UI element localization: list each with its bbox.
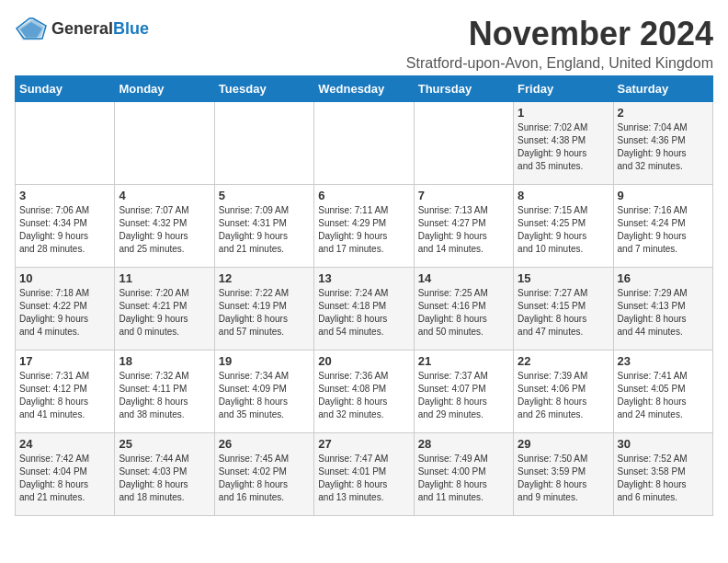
day-number: 11 xyxy=(119,271,210,285)
day-number: 19 xyxy=(219,354,310,368)
weekday-header-saturday: Saturday xyxy=(613,76,712,102)
calendar-empty-cell xyxy=(314,102,414,185)
day-info: Sunrise: 7:25 AM Sunset: 4:16 PM Dayligh… xyxy=(418,287,509,339)
day-info: Sunrise: 7:31 AM Sunset: 4:12 PM Dayligh… xyxy=(19,370,110,421)
day-info: Sunrise: 7:07 AM Sunset: 4:32 PM Dayligh… xyxy=(119,204,210,256)
day-info: Sunrise: 7:22 AM Sunset: 4:19 PM Dayligh… xyxy=(219,287,310,339)
day-number: 26 xyxy=(219,437,310,451)
header: GeneralBlue November 2024 Stratford-upon… xyxy=(15,15,713,72)
calendar-table: SundayMondayTuesdayWednesdayThursdayFrid… xyxy=(15,75,713,516)
day-number: 30 xyxy=(618,437,709,451)
calendar-week-row: 17Sunrise: 7:31 AM Sunset: 4:12 PM Dayli… xyxy=(16,350,713,433)
weekday-header-sunday: Sunday xyxy=(16,76,115,102)
day-number: 6 xyxy=(318,189,409,202)
day-number: 24 xyxy=(19,437,110,451)
day-number: 21 xyxy=(418,354,509,368)
day-info: Sunrise: 7:36 AM Sunset: 4:08 PM Dayligh… xyxy=(318,370,409,421)
day-info: Sunrise: 7:32 AM Sunset: 4:11 PM Dayligh… xyxy=(119,370,210,421)
day-info: Sunrise: 7:47 AM Sunset: 4:01 PM Dayligh… xyxy=(318,453,409,504)
calendar-day-25: 25Sunrise: 7:44 AM Sunset: 4:03 PM Dayli… xyxy=(115,433,214,516)
calendar-week-row: 24Sunrise: 7:42 AM Sunset: 4:04 PM Dayli… xyxy=(16,433,713,516)
day-number: 14 xyxy=(418,271,509,285)
calendar-day-27: 27Sunrise: 7:47 AM Sunset: 4:01 PM Dayli… xyxy=(314,433,414,516)
day-info: Sunrise: 7:02 AM Sunset: 4:38 PM Dayligh… xyxy=(518,121,609,173)
day-number: 13 xyxy=(318,271,409,285)
calendar-day-22: 22Sunrise: 7:39 AM Sunset: 4:06 PM Dayli… xyxy=(514,350,613,433)
day-number: 9 xyxy=(618,189,709,202)
day-info: Sunrise: 7:11 AM Sunset: 4:29 PM Dayligh… xyxy=(318,204,409,256)
calendar-day-13: 13Sunrise: 7:24 AM Sunset: 4:18 PM Dayli… xyxy=(314,268,414,350)
calendar-day-11: 11Sunrise: 7:20 AM Sunset: 4:21 PM Dayli… xyxy=(115,268,214,350)
calendar-day-5: 5Sunrise: 7:09 AM Sunset: 4:31 PM Daylig… xyxy=(214,185,313,268)
calendar-day-16: 16Sunrise: 7:29 AM Sunset: 4:13 PM Dayli… xyxy=(613,268,712,350)
logo: GeneralBlue xyxy=(15,15,149,42)
day-info: Sunrise: 7:16 AM Sunset: 4:24 PM Dayligh… xyxy=(618,204,709,256)
day-number: 27 xyxy=(318,437,409,451)
calendar-day-2: 2Sunrise: 7:04 AM Sunset: 4:36 PM Daylig… xyxy=(613,102,712,185)
title-block: November 2024 Stratford-upon-Avon, Engla… xyxy=(406,15,713,72)
calendar-day-28: 28Sunrise: 7:49 AM Sunset: 4:00 PM Dayli… xyxy=(414,433,513,516)
day-info: Sunrise: 7:24 AM Sunset: 4:18 PM Dayligh… xyxy=(318,287,409,339)
day-info: Sunrise: 7:04 AM Sunset: 4:36 PM Dayligh… xyxy=(618,121,709,173)
weekday-header-monday: Monday xyxy=(115,76,214,102)
day-info: Sunrise: 7:13 AM Sunset: 4:27 PM Dayligh… xyxy=(418,204,509,256)
day-number: 1 xyxy=(518,106,609,120)
logo-text-blue: Blue xyxy=(113,19,149,38)
day-info: Sunrise: 7:39 AM Sunset: 4:06 PM Dayligh… xyxy=(518,370,609,421)
calendar-day-30: 30Sunrise: 7:52 AM Sunset: 3:58 PM Dayli… xyxy=(613,433,712,516)
day-number: 4 xyxy=(119,189,210,202)
day-number: 16 xyxy=(618,271,709,285)
day-number: 22 xyxy=(518,354,609,368)
weekday-header-friday: Friday xyxy=(514,76,613,102)
day-number: 2 xyxy=(618,106,709,120)
day-info: Sunrise: 7:18 AM Sunset: 4:22 PM Dayligh… xyxy=(19,287,110,339)
calendar-day-18: 18Sunrise: 7:32 AM Sunset: 4:11 PM Dayli… xyxy=(115,350,214,433)
calendar-day-12: 12Sunrise: 7:22 AM Sunset: 4:19 PM Dayli… xyxy=(214,268,313,350)
calendar-day-24: 24Sunrise: 7:42 AM Sunset: 4:04 PM Dayli… xyxy=(16,433,115,516)
day-number: 23 xyxy=(618,354,709,368)
calendar-day-26: 26Sunrise: 7:45 AM Sunset: 4:02 PM Dayli… xyxy=(214,433,313,516)
day-number: 17 xyxy=(19,354,110,368)
day-info: Sunrise: 7:20 AM Sunset: 4:21 PM Dayligh… xyxy=(119,287,210,339)
day-number: 28 xyxy=(418,437,509,451)
day-info: Sunrise: 7:45 AM Sunset: 4:02 PM Dayligh… xyxy=(219,453,310,504)
calendar-week-row: 1Sunrise: 7:02 AM Sunset: 4:38 PM Daylig… xyxy=(16,102,713,185)
day-info: Sunrise: 7:06 AM Sunset: 4:34 PM Dayligh… xyxy=(19,204,110,256)
day-number: 3 xyxy=(19,189,110,202)
calendar-week-row: 10Sunrise: 7:18 AM Sunset: 4:22 PM Dayli… xyxy=(16,268,713,350)
calendar-day-20: 20Sunrise: 7:36 AM Sunset: 4:08 PM Dayli… xyxy=(314,350,414,433)
calendar-day-23: 23Sunrise: 7:41 AM Sunset: 4:05 PM Dayli… xyxy=(613,350,712,433)
weekday-header-thursday: Thursday xyxy=(414,76,513,102)
day-info: Sunrise: 7:50 AM Sunset: 3:59 PM Dayligh… xyxy=(518,453,609,504)
day-info: Sunrise: 7:37 AM Sunset: 4:07 PM Dayligh… xyxy=(418,370,509,421)
day-info: Sunrise: 7:29 AM Sunset: 4:13 PM Dayligh… xyxy=(618,287,709,339)
day-number: 25 xyxy=(119,437,210,451)
calendar-day-6: 6Sunrise: 7:11 AM Sunset: 4:29 PM Daylig… xyxy=(314,185,414,268)
logo-icon xyxy=(15,15,48,42)
weekday-header-row: SundayMondayTuesdayWednesdayThursdayFrid… xyxy=(16,76,713,102)
day-number: 18 xyxy=(119,354,210,368)
calendar-week-row: 3Sunrise: 7:06 AM Sunset: 4:34 PM Daylig… xyxy=(16,185,713,268)
day-info: Sunrise: 7:15 AM Sunset: 4:25 PM Dayligh… xyxy=(518,204,609,256)
calendar-day-14: 14Sunrise: 7:25 AM Sunset: 4:16 PM Dayli… xyxy=(414,268,513,350)
location-title: Stratford-upon-Avon, England, United Kin… xyxy=(406,55,713,72)
day-number: 12 xyxy=(219,271,310,285)
calendar-day-19: 19Sunrise: 7:34 AM Sunset: 4:09 PM Dayli… xyxy=(214,350,313,433)
day-info: Sunrise: 7:49 AM Sunset: 4:00 PM Dayligh… xyxy=(418,453,509,504)
calendar-empty-cell xyxy=(16,102,115,185)
day-number: 29 xyxy=(518,437,609,451)
day-number: 7 xyxy=(418,189,509,202)
day-info: Sunrise: 7:42 AM Sunset: 4:04 PM Dayligh… xyxy=(19,453,110,504)
day-number: 5 xyxy=(219,189,310,202)
weekday-header-wednesday: Wednesday xyxy=(314,76,414,102)
calendar-empty-cell xyxy=(214,102,313,185)
day-info: Sunrise: 7:44 AM Sunset: 4:03 PM Dayligh… xyxy=(119,453,210,504)
calendar-day-3: 3Sunrise: 7:06 AM Sunset: 4:34 PM Daylig… xyxy=(16,185,115,268)
calendar-day-4: 4Sunrise: 7:07 AM Sunset: 4:32 PM Daylig… xyxy=(115,185,214,268)
calendar-day-21: 21Sunrise: 7:37 AM Sunset: 4:07 PM Dayli… xyxy=(414,350,513,433)
calendar-empty-cell xyxy=(414,102,513,185)
calendar-empty-cell xyxy=(115,102,214,185)
month-title: November 2024 xyxy=(406,15,713,53)
day-info: Sunrise: 7:34 AM Sunset: 4:09 PM Dayligh… xyxy=(219,370,310,421)
calendar-day-29: 29Sunrise: 7:50 AM Sunset: 3:59 PM Dayli… xyxy=(514,433,613,516)
